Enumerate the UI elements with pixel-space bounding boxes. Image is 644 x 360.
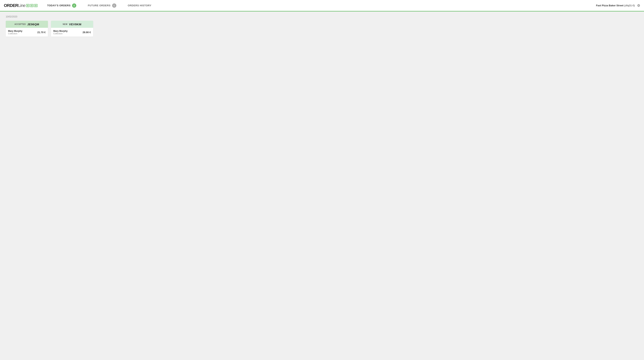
- tab-future-badge: 1: [112, 4, 116, 8]
- restaurant-name: Fast Pizza Baker Street (z6q31-0): [596, 4, 635, 7]
- logo-order: ORDER: [4, 3, 18, 8]
- order-card-header-1: ACCEPTED JE96QM: [6, 21, 48, 28]
- customer-name-1: Mary Murphy: [8, 30, 22, 32]
- tab-today-orders[interactable]: TODAY'S ORDERS 2: [42, 0, 82, 12]
- order-status-1: ACCEPTED: [14, 23, 26, 25]
- order-card-body-1: Mary Murphy Collection 21.70 €: [6, 28, 48, 36]
- tab-future-orders[interactable]: FUTURE ORDERS 1: [82, 0, 122, 12]
- order-status-2: NEW: [63, 23, 68, 25]
- logo-icons: [26, 4, 38, 7]
- order-card-header-2: NEW VEV9KM: [51, 21, 93, 28]
- order-id-1: JE96QM: [27, 22, 39, 26]
- order-price-2: 29.90 €: [82, 31, 91, 34]
- order-card-body-2: Mary Murphy Collection 29.90 €: [51, 28, 93, 36]
- order-customer-1: Mary Murphy Collection: [8, 30, 22, 35]
- tab-today-label: TODAY'S ORDERS: [47, 4, 70, 7]
- nav-tabs: TODAY'S ORDERS 2 FUTURE ORDERS 1 ORDERS …: [42, 0, 596, 11]
- header-right: Fast Pizza Baker Street (z6q31-0) ⚙: [596, 4, 644, 8]
- order-card-1[interactable]: ACCEPTED JE96QM Mary Murphy Collection 2…: [6, 21, 48, 36]
- logo-line: Line: [18, 3, 25, 8]
- logo-area: ORDERLine: [0, 3, 42, 8]
- logo-icon-3: [34, 4, 38, 7]
- main-content: 10/02/2020 ACCEPTED JE96QM Mary Murphy C…: [0, 12, 644, 40]
- orders-grid: ACCEPTED JE96QM Mary Murphy Collection 2…: [6, 21, 638, 36]
- settings-icon[interactable]: ⚙: [637, 4, 640, 8]
- order-id-2: VEV9KM: [69, 22, 82, 26]
- tab-history-label: ORDERS HISTORY: [128, 4, 152, 7]
- customer-type-1: Collection: [8, 32, 22, 35]
- restaurant-code: (z6q31-0): [624, 4, 635, 7]
- app-logo: ORDERLine: [4, 3, 25, 8]
- order-card-2[interactable]: NEW VEV9KM Mary Murphy Collection 29.90 …: [51, 21, 93, 36]
- tab-today-badge: 2: [72, 4, 76, 8]
- logo-icon-2: [30, 4, 34, 7]
- tab-future-label: FUTURE ORDERS: [88, 4, 110, 7]
- restaurant-name-bold: Fast Pizza Baker Street: [596, 4, 624, 7]
- logo-icon-1: [26, 4, 30, 7]
- customer-type-2: Collection: [53, 32, 68, 35]
- app-header: ORDERLine TODAY'S ORDERS 2 FUTURE ORDERS…: [0, 0, 644, 12]
- date-label: 10/02/2020: [6, 15, 638, 18]
- order-price-1: 21.70 €: [38, 31, 46, 34]
- customer-name-2: Mary Murphy: [53, 30, 68, 32]
- tab-orders-history[interactable]: ORDERS HISTORY: [122, 0, 157, 12]
- order-customer-2: Mary Murphy Collection: [53, 30, 68, 35]
